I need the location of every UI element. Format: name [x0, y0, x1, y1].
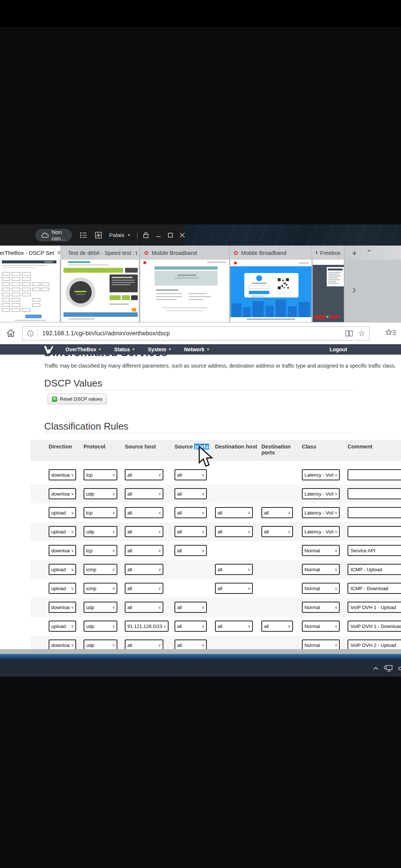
thumbnail-huawei-login-page[interactable] — [230, 260, 312, 322]
thumbnail-freebox-page[interactable] — [313, 260, 345, 322]
destination-host-select[interactable]: all∨ — [215, 621, 253, 632]
protocol-select[interactable]: udp∨ — [84, 621, 117, 632]
network-icon[interactable] — [384, 665, 393, 672]
close-button[interactable] — [180, 233, 185, 238]
direction-select[interactable]: upload∨ — [49, 507, 76, 518]
destination-host-select[interactable]: all∨ — [215, 564, 253, 575]
direction-select[interactable]: upload∨ — [49, 583, 76, 594]
class-select[interactable]: Latency - VoIP∨ — [302, 469, 340, 480]
tab-mobile-broadband-2[interactable]: ✿ Mobile Broadband — [230, 246, 312, 260]
source-host-select[interactable]: all∨ — [125, 564, 163, 575]
destination-ports-select[interactable]: all∨ — [261, 621, 293, 632]
address-bar[interactable]: 192.168.1.1/cgi-bin/luci//admin/overtheb… — [22, 326, 369, 341]
protocol-select[interactable]: tcp∨ — [84, 507, 117, 518]
tab-dscp-settings[interactable]: OverTheBox - DSCP Set × — [0, 246, 61, 260]
source-host-select[interactable]: all∨ — [125, 526, 163, 537]
class-select[interactable]: Normal∨ — [302, 583, 340, 594]
class-select[interactable]: Latency - VoIP∨ — [302, 526, 340, 537]
url-text[interactable]: 192.168.1.1/cgi-bin/luci//admin/overtheb… — [42, 330, 345, 337]
protocol-select[interactable]: udp∨ — [84, 488, 117, 499]
nav-menu-network[interactable]: Network▼ — [184, 346, 210, 352]
direction-select[interactable]: download∨ — [49, 545, 76, 556]
thumbnail-speedtest-page[interactable] — [61, 260, 140, 322]
nav-menu-overthebox[interactable]: OverTheBox▼ — [65, 346, 101, 352]
direction-select[interactable]: upload∨ — [49, 526, 76, 537]
new-tab-button[interactable]: + — [352, 249, 357, 257]
comment-input[interactable] — [348, 526, 401, 537]
thumbnail-huawei-settings-page[interactable] — [140, 260, 230, 322]
thumbnail-dscp-page[interactable] — [0, 260, 61, 322]
protocol-select[interactable]: udp∨ — [84, 602, 117, 613]
destination-host-select[interactable]: all∨ — [215, 507, 253, 518]
destination-host-select[interactable]: all∨ — [215, 526, 253, 537]
source-ports-select[interactable]: all∨ — [175, 469, 207, 480]
minimize-button[interactable] — [156, 233, 161, 238]
protocol-select[interactable]: tcp∨ — [84, 469, 117, 480]
class-select[interactable]: Normal∨ — [302, 602, 340, 613]
source-ports-select[interactable]: all∨ — [175, 526, 207, 537]
source-host-select[interactable]: all∨ — [125, 469, 163, 480]
class-select[interactable]: Latency - VoIP∨ — [302, 488, 340, 499]
source-ports-select[interactable]: all∨ — [175, 621, 207, 632]
source-ports-select[interactable]: all∨ — [175, 602, 207, 613]
comment-input[interactable] — [348, 507, 401, 518]
comment-input[interactable]: VoIP OVH 1 - Download — [348, 621, 401, 632]
source-host-select[interactable]: all∨ — [125, 602, 163, 613]
protocol-select[interactable]: icmp∨ — [84, 564, 117, 575]
tab-close-icon[interactable]: × — [57, 249, 61, 256]
source-ports-select[interactable]: all∨ — [175, 507, 207, 518]
class-select[interactable]: Normal∨ — [302, 564, 340, 575]
source-host-select[interactable]: all∨ — [125, 545, 163, 556]
source-ports-select[interactable]: all∨ — [175, 545, 207, 556]
protocol-select[interactable]: udp∨ — [84, 526, 117, 537]
comment-input[interactable] — [348, 488, 401, 499]
favorite-star-icon[interactable]: ☆ — [358, 329, 365, 338]
tray-expand-icon[interactable] — [373, 667, 379, 670]
tab-speedtest[interactable]: Test de débit - Speed test : t — [61, 246, 140, 260]
comment-input[interactable]: ICMP - Upload — [348, 564, 401, 575]
destination-host-select[interactable]: all∨ — [215, 583, 253, 594]
reset-dscp-values-button[interactable]: ↻ Reset DSCP values — [48, 394, 107, 404]
source-host-select[interactable]: all∨ — [125, 583, 163, 594]
class-select[interactable]: Normal∨ — [302, 621, 340, 632]
source-ports-select[interactable]: all∨ — [175, 488, 207, 499]
activity-monitor-icon[interactable] — [95, 232, 102, 239]
tab-freebox[interactable]: Freebox — [312, 246, 345, 260]
comment-input[interactable]: Service API — [348, 545, 401, 556]
favorites-list-icon[interactable] — [385, 329, 397, 337]
protocol-select[interactable]: icmp∨ — [84, 583, 117, 594]
maximize-button[interactable] — [168, 233, 173, 238]
scroll-tabs-right-button[interactable]: › — [352, 282, 356, 296]
profile-chevron-icon[interactable]: ▼ — [127, 233, 131, 237]
source-host-select[interactable]: all∨ — [125, 507, 163, 518]
comment-input[interactable] — [348, 469, 401, 480]
logout-link[interactable]: Logout — [330, 346, 347, 352]
collapse-tabs-button[interactable]: ⌃ — [366, 249, 372, 256]
class-select[interactable]: Normal∨ — [302, 545, 340, 556]
nav-menu-status[interactable]: Status▼ — [114, 346, 135, 352]
destination-ports-select[interactable]: all∨ — [261, 507, 293, 518]
chevron-down-icon: ▼ — [132, 348, 135, 351]
volume-icon[interactable] — [398, 665, 401, 672]
protocol-select[interactable]: tcp∨ — [84, 545, 117, 556]
comment-input[interactable]: VoIP OVH 1 - Upload — [348, 602, 401, 613]
nav-menu-system[interactable]: System▼ — [148, 346, 172, 352]
overthebox-logo[interactable] — [44, 345, 56, 354]
reading-list-icon[interactable] — [80, 232, 87, 238]
source-host-select[interactable]: all∨ — [125, 488, 163, 499]
reading-view-icon[interactable] — [345, 330, 353, 337]
direction-select[interactable]: download∨ — [49, 469, 76, 480]
direction-select[interactable]: upload∨ — [49, 621, 76, 632]
profile-name[interactable]: Palais — [109, 232, 124, 238]
tab-mobile-broadband-1[interactable]: ✿ Mobile Broadband — [140, 246, 229, 260]
comment-input[interactable]: ICMP - Download — [348, 583, 401, 594]
destination-ports-select[interactable]: all∨ — [261, 526, 293, 537]
site-info-icon[interactable] — [27, 330, 34, 337]
sync-status-button[interactable]: Non con... — [35, 229, 72, 241]
direction-select[interactable]: upload∨ — [49, 564, 76, 575]
class-select[interactable]: Latency - VoIP∨ — [302, 507, 340, 518]
home-button[interactable] — [6, 328, 16, 338]
source-host-select[interactable]: 91.121.128.0/23∨ — [125, 621, 169, 632]
direction-select[interactable]: download∨ — [49, 488, 76, 499]
direction-select[interactable]: download∨ — [49, 602, 76, 613]
